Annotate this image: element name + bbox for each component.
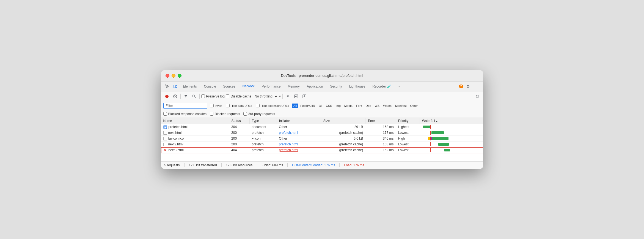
tab-sources[interactable]: Sources: [220, 83, 239, 90]
table-row-error[interactable]: ✕ next3.html 404 prefetch prefetch.html …: [161, 147, 483, 153]
close-button[interactable]: [166, 74, 169, 78]
type-media[interactable]: Media: [343, 104, 354, 108]
type-fetch-xhr[interactable]: Fetch/XHR: [299, 104, 317, 108]
invert-label[interactable]: Invert: [209, 103, 224, 108]
status-bar: 5 requests 12.6 kB transferred 17.3 kB r…: [161, 161, 483, 169]
table-row[interactable]: prefetch.html 304 document Other 291 B 1…: [161, 124, 483, 130]
initiator-link[interactable]: prefetch.html: [279, 148, 298, 152]
type-css[interactable]: CSS: [324, 104, 334, 108]
svg-line-7: [194, 97, 196, 98]
blocked-cookies-label[interactable]: Blocked response cookies: [163, 112, 207, 116]
status-divider: [221, 163, 222, 167]
table-row[interactable]: next.html 200 prefetch prefetch.html (pr…: [161, 130, 483, 136]
wf-redline: [430, 125, 431, 129]
initiator-link[interactable]: prefetch.html: [279, 131, 298, 135]
wf-bar: [423, 126, 431, 128]
tab-application[interactable]: Application: [304, 83, 326, 90]
th-time[interactable]: Time: [365, 118, 396, 124]
minimize-button[interactable]: [172, 74, 175, 78]
inspect-icon[interactable]: [163, 83, 171, 90]
tab-network[interactable]: Network: [239, 83, 258, 90]
type-manifest[interactable]: Manifest: [393, 104, 408, 108]
network-settings-button[interactable]: [474, 93, 481, 100]
tab-recorder[interactable]: Recorder 🧪: [369, 83, 394, 90]
type-font[interactable]: Font: [354, 104, 364, 108]
preserve-log-label[interactable]: Preserve log: [201, 94, 225, 98]
table-row[interactable]: favicon.ico 200 x-icon Other 6.0 kB 346 …: [161, 136, 483, 142]
throttle-chevron[interactable]: ▾: [279, 94, 281, 98]
blocked-requests-label[interactable]: Blocked requests: [210, 112, 240, 116]
type-ws[interactable]: WS: [373, 104, 381, 108]
tab-console[interactable]: Console: [201, 83, 219, 90]
throttle-select[interactable]: No throttling Fast 3G Slow 3G Offline: [252, 94, 278, 99]
blocked-requests-checkbox[interactable]: [210, 112, 213, 116]
tab-memory[interactable]: Memory: [284, 83, 303, 90]
table-row[interactable]: next2.html 200 prefetch prefetch.html (p…: [161, 142, 483, 147]
row-waterfall: [420, 124, 483, 130]
disable-cache-label[interactable]: Disable cache: [226, 94, 251, 98]
device-icon[interactable]: [172, 83, 179, 90]
svg-line-4: [174, 95, 176, 97]
hide-data-urls-label[interactable]: Hide data URLs: [225, 103, 253, 108]
resources-size: 17.3 kB resources: [226, 163, 253, 167]
th-priority[interactable]: Priority: [396, 118, 420, 124]
tab-performance[interactable]: Performance: [258, 83, 284, 90]
row-waterfall: [420, 147, 483, 153]
tab-lighthouse[interactable]: Lighthouse: [346, 83, 369, 90]
row-size: (prefetch cache): [321, 130, 365, 136]
third-party-checkbox[interactable]: [243, 112, 247, 116]
status-divider: [257, 163, 257, 167]
settings-icon[interactable]: ⚙: [464, 83, 472, 90]
type-js[interactable]: JS: [317, 104, 324, 108]
third-party-label[interactable]: 3rd-party requests: [243, 112, 275, 116]
invert-checkbox[interactable]: [210, 104, 214, 107]
hide-extension-urls-checkbox[interactable]: [256, 104, 260, 107]
search-button[interactable]: [191, 93, 198, 100]
tab-security[interactable]: Security: [327, 83, 345, 90]
th-initiator[interactable]: Initiator: [277, 118, 321, 124]
initiator-link[interactable]: prefetch.html: [279, 142, 298, 146]
type-doc[interactable]: Doc: [364, 104, 373, 108]
import-button[interactable]: [293, 93, 300, 100]
type-img[interactable]: Img: [334, 104, 342, 108]
type-all[interactable]: All: [292, 104, 298, 108]
wifi-icon[interactable]: [284, 93, 291, 100]
row-priority: Lowest: [396, 130, 420, 136]
transferred-size: 12.6 kB transferred: [189, 163, 217, 167]
record-button[interactable]: [163, 93, 170, 100]
wf-bar: [438, 143, 449, 146]
th-waterfall[interactable]: Waterfall: [420, 118, 483, 124]
tab-elements[interactable]: Elements: [180, 83, 200, 90]
th-name[interactable]: Name: [161, 118, 229, 124]
filter-button[interactable]: [182, 93, 189, 100]
tab-more[interactable]: »: [395, 83, 403, 90]
wf-bar: [432, 137, 448, 140]
type-other[interactable]: Other: [408, 104, 419, 108]
disable-cache-checkbox[interactable]: [226, 94, 229, 98]
filter-input[interactable]: [163, 103, 207, 109]
wf-redline: [430, 142, 431, 146]
status-divider: [287, 163, 288, 167]
th-type[interactable]: Type: [249, 118, 277, 124]
toolbar: Preserve log Disable cache No throttling…: [161, 91, 483, 101]
divider-1: [180, 94, 181, 99]
th-status[interactable]: Status: [229, 118, 249, 124]
row-name: next.html: [168, 131, 182, 135]
row-type: prefetch: [249, 147, 277, 153]
more-icon[interactable]: ⋮: [473, 83, 481, 90]
th-size[interactable]: Size: [321, 118, 365, 124]
export-button[interactable]: [301, 93, 308, 100]
divider-2: [199, 94, 200, 99]
row-status: 200: [229, 136, 249, 142]
maximize-button[interactable]: [178, 74, 181, 78]
type-wasm[interactable]: Wasm: [381, 104, 393, 108]
blocked-cookies-checkbox[interactable]: [163, 112, 167, 116]
row-waterfall: [420, 136, 483, 142]
clear-button[interactable]: [172, 93, 179, 100]
hide-data-urls-checkbox[interactable]: [226, 104, 230, 107]
row-size: (prefetch cache): [321, 147, 365, 153]
hide-extension-urls-label[interactable]: Hide extension URLs: [255, 103, 290, 108]
preserve-log-checkbox[interactable]: [201, 94, 205, 98]
name-cell: ✕ next3.html: [161, 147, 229, 153]
doc-icon: [163, 125, 167, 129]
